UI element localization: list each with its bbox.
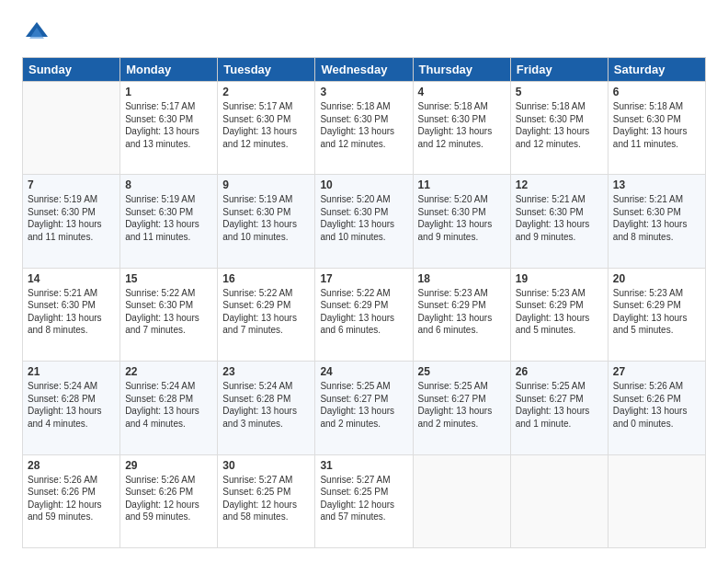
day-number: 21 [28, 365, 115, 378]
day-number: 14 [28, 272, 115, 285]
day-info: Sunrise: 5:20 AM Sunset: 6:30 PM Dayligh… [320, 193, 407, 243]
day-number: 27 [613, 365, 700, 378]
day-number: 2 [222, 86, 310, 98]
day-info: Sunrise: 5:26 AM Sunset: 6:26 PM Dayligh… [125, 474, 212, 523]
day-cell: 16Sunrise: 5:22 AM Sunset: 6:29 PM Dayli… [218, 268, 315, 361]
day-cell: 28Sunrise: 5:26 AM Sunset: 6:26 PM Dayli… [23, 454, 120, 547]
logo-icon [22, 18, 51, 48]
day-info: Sunrise: 5:19 AM Sunset: 6:30 PM Dayligh… [222, 193, 310, 243]
day-number: 15 [125, 272, 212, 285]
day-info: Sunrise: 5:27 AM Sunset: 6:25 PM Dayligh… [222, 474, 310, 523]
day-number: 22 [125, 365, 212, 378]
day-cell: 17Sunrise: 5:22 AM Sunset: 6:29 PM Dayli… [315, 268, 413, 361]
day-cell: 15Sunrise: 5:22 AM Sunset: 6:30 PM Dayli… [120, 268, 218, 361]
week-row-2: 7Sunrise: 5:19 AM Sunset: 6:30 PM Daylig… [23, 175, 706, 268]
day-cell: 22Sunrise: 5:24 AM Sunset: 6:28 PM Dayli… [120, 362, 218, 454]
day-info: Sunrise: 5:22 AM Sunset: 6:30 PM Dayligh… [125, 287, 212, 337]
day-info: Sunrise: 5:19 AM Sunset: 6:30 PM Dayligh… [28, 193, 115, 243]
day-cell: 5Sunrise: 5:18 AM Sunset: 6:30 PM Daylig… [510, 82, 608, 175]
day-cell: 24Sunrise: 5:25 AM Sunset: 6:27 PM Dayli… [315, 362, 413, 454]
day-number: 1 [125, 86, 212, 98]
day-number: 20 [613, 272, 700, 285]
day-cell: 23Sunrise: 5:24 AM Sunset: 6:28 PM Dayli… [218, 362, 315, 454]
day-cell: 1Sunrise: 5:17 AM Sunset: 6:30 PM Daylig… [120, 82, 218, 175]
day-number: 12 [516, 178, 603, 191]
day-cell: 30Sunrise: 5:27 AM Sunset: 6:25 PM Dayli… [218, 454, 315, 547]
header-cell-wednesday: Wednesday [315, 58, 413, 82]
day-number: 30 [222, 459, 310, 472]
page-header [22, 18, 706, 48]
header-row: SundayMondayTuesdayWednesdayThursdayFrid… [23, 58, 706, 82]
day-cell: 10Sunrise: 5:20 AM Sunset: 6:30 PM Dayli… [315, 175, 413, 268]
header-cell-thursday: Thursday [413, 58, 510, 82]
day-info: Sunrise: 5:21 AM Sunset: 6:30 PM Dayligh… [613, 193, 700, 243]
day-info: Sunrise: 5:24 AM Sunset: 6:28 PM Dayligh… [28, 380, 115, 430]
day-cell [23, 82, 120, 175]
header-cell-saturday: Saturday [608, 58, 705, 82]
day-number: 25 [418, 365, 506, 378]
day-info: Sunrise: 5:26 AM Sunset: 6:26 PM Dayligh… [28, 474, 115, 523]
day-info: Sunrise: 5:18 AM Sunset: 6:30 PM Dayligh… [516, 100, 603, 150]
day-cell: 19Sunrise: 5:23 AM Sunset: 6:29 PM Dayli… [510, 268, 608, 361]
day-cell: 13Sunrise: 5:21 AM Sunset: 6:30 PM Dayli… [608, 175, 705, 268]
day-number: 3 [320, 86, 407, 98]
day-info: Sunrise: 5:22 AM Sunset: 6:29 PM Dayligh… [320, 287, 407, 337]
day-info: Sunrise: 5:25 AM Sunset: 6:27 PM Dayligh… [418, 380, 506, 430]
day-info: Sunrise: 5:21 AM Sunset: 6:30 PM Dayligh… [516, 193, 603, 243]
day-number: 8 [125, 178, 212, 191]
day-number: 6 [613, 86, 700, 98]
day-number: 18 [418, 272, 506, 285]
day-number: 10 [320, 178, 407, 191]
day-cell: 26Sunrise: 5:25 AM Sunset: 6:27 PM Dayli… [510, 362, 608, 454]
day-number: 16 [222, 272, 310, 285]
day-number: 26 [516, 365, 603, 378]
day-number: 11 [418, 178, 506, 191]
header-cell-friday: Friday [510, 58, 608, 82]
day-cell: 25Sunrise: 5:25 AM Sunset: 6:27 PM Dayli… [413, 362, 510, 454]
week-row-5: 28Sunrise: 5:26 AM Sunset: 6:26 PM Dayli… [23, 454, 706, 547]
day-info: Sunrise: 5:23 AM Sunset: 6:29 PM Dayligh… [418, 287, 506, 337]
day-number: 13 [613, 178, 700, 191]
header-cell-sunday: Sunday [23, 58, 120, 82]
day-number: 29 [125, 459, 212, 472]
day-cell: 18Sunrise: 5:23 AM Sunset: 6:29 PM Dayli… [413, 268, 510, 361]
day-cell: 20Sunrise: 5:23 AM Sunset: 6:29 PM Dayli… [608, 268, 705, 361]
day-cell: 8Sunrise: 5:19 AM Sunset: 6:30 PM Daylig… [120, 175, 218, 268]
day-number: 9 [222, 178, 310, 191]
day-info: Sunrise: 5:18 AM Sunset: 6:30 PM Dayligh… [320, 100, 407, 150]
day-info: Sunrise: 5:24 AM Sunset: 6:28 PM Dayligh… [222, 380, 310, 430]
day-info: Sunrise: 5:24 AM Sunset: 6:28 PM Dayligh… [125, 380, 212, 430]
day-info: Sunrise: 5:18 AM Sunset: 6:30 PM Dayligh… [418, 100, 506, 150]
week-row-1: 1Sunrise: 5:17 AM Sunset: 6:30 PM Daylig… [23, 82, 706, 175]
day-info: Sunrise: 5:19 AM Sunset: 6:30 PM Dayligh… [125, 193, 212, 243]
day-cell: 21Sunrise: 5:24 AM Sunset: 6:28 PM Dayli… [23, 362, 120, 454]
day-cell: 27Sunrise: 5:26 AM Sunset: 6:26 PM Dayli… [608, 362, 705, 454]
day-cell: 11Sunrise: 5:20 AM Sunset: 6:30 PM Dayli… [413, 175, 510, 268]
day-info: Sunrise: 5:27 AM Sunset: 6:25 PM Dayligh… [320, 474, 407, 523]
day-cell: 14Sunrise: 5:21 AM Sunset: 6:30 PM Dayli… [23, 268, 120, 361]
day-info: Sunrise: 5:21 AM Sunset: 6:30 PM Dayligh… [28, 287, 115, 337]
day-number: 24 [320, 365, 407, 378]
day-info: Sunrise: 5:22 AM Sunset: 6:29 PM Dayligh… [222, 287, 310, 337]
day-cell [510, 454, 608, 547]
day-cell: 12Sunrise: 5:21 AM Sunset: 6:30 PM Dayli… [510, 175, 608, 268]
day-number: 31 [320, 459, 407, 472]
day-cell: 6Sunrise: 5:18 AM Sunset: 6:30 PM Daylig… [608, 82, 705, 175]
day-cell: 7Sunrise: 5:19 AM Sunset: 6:30 PM Daylig… [23, 175, 120, 268]
day-info: Sunrise: 5:20 AM Sunset: 6:30 PM Dayligh… [418, 193, 506, 243]
day-cell: 31Sunrise: 5:27 AM Sunset: 6:25 PM Dayli… [315, 454, 413, 547]
day-cell [413, 454, 510, 547]
day-info: Sunrise: 5:17 AM Sunset: 6:30 PM Dayligh… [125, 100, 212, 150]
day-number: 19 [516, 272, 603, 285]
day-info: Sunrise: 5:17 AM Sunset: 6:30 PM Dayligh… [222, 100, 310, 150]
day-number: 17 [320, 272, 407, 285]
day-cell: 9Sunrise: 5:19 AM Sunset: 6:30 PM Daylig… [218, 175, 315, 268]
day-cell: 3Sunrise: 5:18 AM Sunset: 6:30 PM Daylig… [315, 82, 413, 175]
header-cell-monday: Monday [120, 58, 218, 82]
day-number: 5 [516, 86, 603, 98]
day-number: 28 [28, 459, 115, 472]
day-number: 4 [418, 86, 506, 98]
day-info: Sunrise: 5:25 AM Sunset: 6:27 PM Dayligh… [320, 380, 407, 430]
week-row-4: 21Sunrise: 5:24 AM Sunset: 6:28 PM Dayli… [23, 362, 706, 454]
week-row-3: 14Sunrise: 5:21 AM Sunset: 6:30 PM Dayli… [23, 268, 706, 361]
